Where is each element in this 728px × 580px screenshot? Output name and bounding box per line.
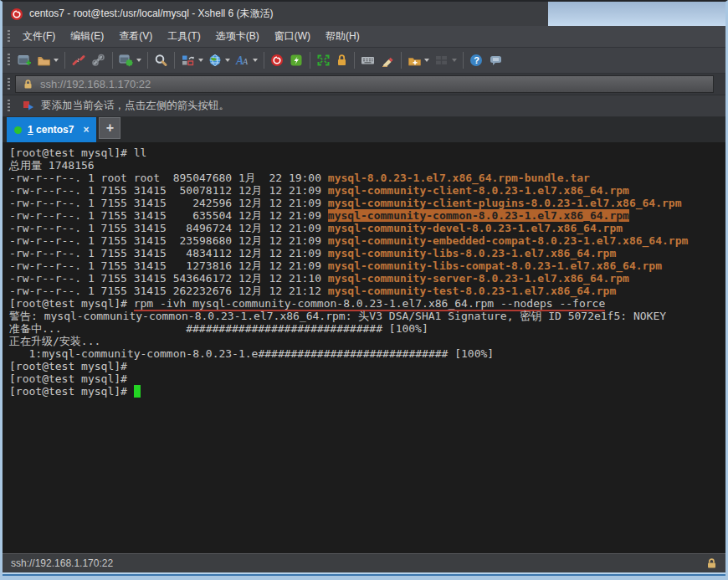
menu-tools[interactable]: 工具(T) bbox=[160, 26, 208, 47]
toolbar-separator bbox=[264, 52, 264, 69]
dropdown-caret-icon bbox=[225, 59, 230, 62]
fullscreen-icon bbox=[316, 54, 331, 67]
info-bar-text: 要添加当前会话，点击左侧的箭头按钮。 bbox=[41, 99, 229, 113]
find-icon bbox=[154, 54, 168, 67]
terminal-line: [root@test mysql]# rpm -ivh mysql-commun… bbox=[9, 297, 725, 310]
menu-help[interactable]: 帮助(H) bbox=[318, 26, 367, 47]
lock-icon bbox=[336, 54, 348, 67]
title-bar-dark-area: centos7 - root@test:/usr/local/mysql - X… bbox=[3, 2, 548, 26]
terminal-line: -rw-r--r--. 1 7155 31415 543646172 12月 1… bbox=[9, 272, 725, 285]
menu-bar-grip[interactable] bbox=[8, 30, 10, 44]
terminal-line: -rw-r--r--. 1 7155 31415 1273816 12月 12 … bbox=[9, 259, 725, 272]
menu-bar: 文件(F)编辑(E)查看(V)工具(T)选项卡(B)窗口(W)帮助(H) bbox=[3, 26, 725, 48]
ssl-lock-icon bbox=[23, 79, 33, 90]
terminal[interactable]: [root@test mysql]# ll总用量 1748156-rw-r--r… bbox=[3, 142, 725, 553]
grid-icon bbox=[434, 54, 449, 67]
file-name: mysql-community-embedded-compat-8.0.23-1… bbox=[328, 234, 688, 247]
properties-icon bbox=[119, 54, 134, 67]
svg-text:?: ? bbox=[474, 55, 479, 65]
xftp-icon bbox=[290, 54, 304, 67]
reconnect-button[interactable] bbox=[89, 50, 109, 70]
new-session-folder-button[interactable] bbox=[405, 50, 432, 70]
info-bar: 要添加当前会话，点击左侧的箭头按钮。 bbox=[3, 95, 725, 117]
feedback-button[interactable] bbox=[486, 50, 506, 70]
terminal-line: 1:mysql-community-common-8.0.23-1.e#####… bbox=[9, 347, 725, 360]
file-name: mysql-community-client-8.0.23-1.el7.x86_… bbox=[328, 184, 629, 197]
toolbar-separator bbox=[112, 52, 113, 69]
app-logo-icon bbox=[10, 8, 23, 21]
tab-bar: 1 centos7 × + bbox=[3, 117, 725, 142]
toolbar-separator bbox=[147, 52, 148, 69]
find-button[interactable] bbox=[151, 50, 171, 70]
file-name: mysql-8.0.23-1.el7.x86_64.rpm-bundle.tar bbox=[328, 172, 590, 184]
file-name: mysql-community-client-plugins-8.0.23-1.… bbox=[328, 197, 682, 209]
status-url: ssh://192.168.1.170:22 bbox=[11, 557, 113, 569]
help-button[interactable]: ? bbox=[467, 50, 486, 70]
status-bar: ssh://192.168.1.170:22 bbox=[3, 553, 725, 572]
terminal-line: [root@test mysql]# bbox=[9, 385, 725, 398]
menu-file[interactable]: 文件(F) bbox=[15, 26, 63, 47]
window-title: centos7 - root@test:/usr/local/mysql - X… bbox=[29, 7, 274, 21]
title-bar-blue-area bbox=[548, 2, 725, 26]
terminal-line: 总用量 1748156 bbox=[9, 159, 725, 172]
font-button[interactable]: AA bbox=[233, 50, 260, 70]
info-bar-grip[interactable] bbox=[8, 100, 10, 113]
add-session-flag-icon[interactable] bbox=[22, 100, 34, 112]
tab-centos7[interactable]: 1 centos7 × bbox=[7, 117, 96, 142]
file-name: mysql-community-server-8.0.23-1.el7.x86_… bbox=[328, 272, 629, 285]
terminal-line: -rw-r--r--. 1 7155 31415 635504 12月 12 2… bbox=[9, 209, 725, 222]
reconnect-icon bbox=[91, 54, 106, 67]
title-bar: centos7 - root@test:/usr/local/mysql - X… bbox=[3, 2, 725, 26]
toolbar-grip[interactable] bbox=[8, 54, 10, 67]
dropdown-caret-icon bbox=[198, 59, 203, 62]
dropdown-caret-icon bbox=[54, 59, 59, 62]
highlight-button[interactable] bbox=[378, 50, 397, 70]
toolbar-separator bbox=[174, 52, 175, 69]
open-folder-icon bbox=[37, 54, 51, 67]
address-bar-row: ssh://192.168.1.170:22 bbox=[3, 74, 725, 95]
menu-tab[interactable]: 选项卡(B) bbox=[208, 26, 267, 47]
fullscreen-button[interactable] bbox=[314, 50, 333, 70]
window-bottom-frame bbox=[3, 572, 725, 580]
dropdown-caret-icon bbox=[452, 59, 457, 62]
terminal-line: -rw-r--r--. 1 7155 31415 4834112 12月 12 … bbox=[9, 247, 725, 259]
terminal-line: [root@test mysql]# bbox=[9, 360, 725, 372]
font-icon: AA bbox=[235, 54, 250, 67]
terminal-line: [root@test mysql]# bbox=[9, 372, 725, 385]
keyboard-icon bbox=[361, 54, 376, 67]
svg-text:A: A bbox=[242, 57, 249, 66]
tile-layout-button[interactable] bbox=[178, 50, 206, 70]
new-session-button[interactable] bbox=[15, 50, 34, 70]
terminal-line: -rw-r--r--. 1 7155 31415 262232676 12月 1… bbox=[9, 285, 725, 297]
tab-close-icon[interactable]: × bbox=[83, 124, 89, 136]
terminal-line: [root@test mysql]# ll bbox=[9, 146, 725, 159]
folder-add-icon bbox=[408, 54, 422, 67]
tab-connected-dot-icon bbox=[14, 126, 22, 134]
terminal-line: 准备中... ############################## [1… bbox=[9, 322, 725, 335]
xshell-icon bbox=[270, 54, 285, 67]
session-properties-button[interactable] bbox=[116, 50, 144, 70]
xshell-button[interactable] bbox=[268, 50, 287, 70]
highlighter-icon bbox=[381, 54, 395, 67]
address-bar-grip[interactable] bbox=[8, 78, 10, 91]
menu-view[interactable]: 查看(V) bbox=[111, 26, 160, 47]
layout-icon bbox=[181, 54, 196, 67]
arrange-windows-button[interactable] bbox=[432, 50, 459, 70]
selected-text: mysql-community-common-8.0.23-1.el7.x86_… bbox=[328, 209, 629, 222]
address-bar[interactable]: ssh://192.168.1.170:22 bbox=[15, 75, 714, 93]
terminal-line: 警告: mysql-community-common-8.0.23-1.el7.… bbox=[9, 310, 725, 322]
open-session-button[interactable] bbox=[34, 50, 61, 70]
bubble-icon bbox=[489, 54, 504, 67]
lock-screen-button[interactable] bbox=[333, 50, 351, 70]
dropdown-caret-icon bbox=[136, 59, 141, 62]
new-tab-button[interactable]: + bbox=[99, 117, 120, 139]
xftp-button[interactable] bbox=[287, 50, 306, 70]
menu-edit[interactable]: 编辑(E) bbox=[63, 26, 111, 47]
web-browser-button[interactable] bbox=[206, 50, 233, 70]
disconnect-button[interactable] bbox=[69, 50, 89, 70]
virtual-keyboard-button[interactable] bbox=[358, 50, 378, 70]
xshell-window: centos7 - root@test:/usr/local/mysql - X… bbox=[0, 0, 728, 580]
menu-window[interactable]: 窗口(W) bbox=[267, 26, 318, 47]
toolbar: AA? bbox=[3, 48, 725, 74]
address-url: ssh://192.168.1.170:22 bbox=[40, 78, 151, 90]
